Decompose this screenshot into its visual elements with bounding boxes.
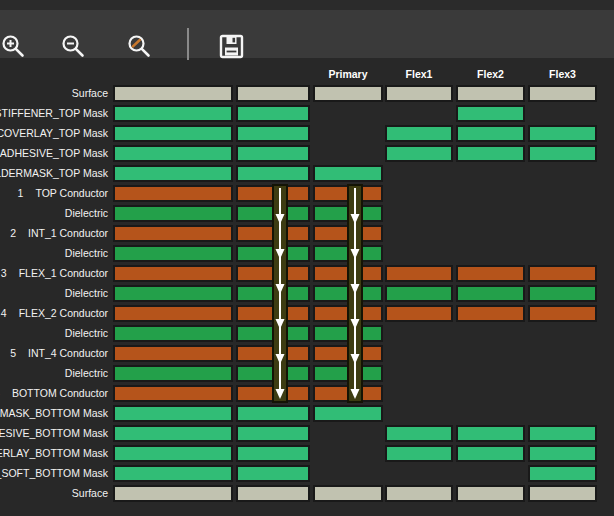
layer-cell-flex2[interactable] xyxy=(456,445,525,462)
layer-cell-column-2[interactable] xyxy=(236,165,310,182)
layer-cell-column-1[interactable] xyxy=(113,325,233,342)
layer-cell-column-1[interactable] xyxy=(113,265,233,282)
layer-cell-column-1[interactable] xyxy=(113,465,233,482)
layer-cell-flex3[interactable] xyxy=(528,145,597,162)
layer-cell-column-2[interactable] xyxy=(236,485,310,502)
layer-cell-flex2[interactable] xyxy=(456,265,525,282)
layer-cell-flex1[interactable] xyxy=(385,85,453,102)
layer-cell-flex2[interactable] xyxy=(456,85,525,102)
layer-cell-column-1[interactable] xyxy=(113,405,233,422)
column-header-flex1: Flex1 xyxy=(385,67,453,81)
layer-name: COVERLAY_TOP Mask xyxy=(0,125,108,142)
window-top-strip xyxy=(0,0,614,10)
layer-cell-flex2[interactable] xyxy=(456,105,525,122)
layer-cell-column-2[interactable] xyxy=(236,405,310,422)
layer-cell-flex2[interactable] xyxy=(456,425,525,442)
layer-cell-column-2[interactable] xyxy=(236,425,310,442)
layer-cell-flex3[interactable] xyxy=(528,425,597,442)
layer-name: Dielectric xyxy=(65,285,108,302)
layer-cell-flex2[interactable] xyxy=(456,285,525,302)
layer-name: FLEX_1 Conductor xyxy=(19,265,108,282)
row-label: 1 TOP Conductor xyxy=(18,185,108,202)
layer-number: 4 xyxy=(1,305,7,322)
layer-cell-column-1[interactable] xyxy=(113,105,233,122)
zoom-region-button[interactable] xyxy=(127,33,153,59)
layer-cell-flex1[interactable] xyxy=(385,125,453,142)
layer-cell-flex2[interactable] xyxy=(456,485,525,502)
layer-cell-primary[interactable] xyxy=(313,485,383,502)
drill-span-arrow[interactable] xyxy=(272,184,288,403)
layer-cell-column-2[interactable] xyxy=(236,85,310,102)
layer-name: Dielectric xyxy=(65,365,108,382)
layer-name: ADHESIVE_BOTTOM Mask xyxy=(0,425,108,442)
layer-cell-flex2[interactable] xyxy=(456,305,525,322)
layer-cell-column-1[interactable] xyxy=(113,285,233,302)
layer-cell-flex1[interactable] xyxy=(385,485,453,502)
layer-cell-column-1[interactable] xyxy=(113,385,233,402)
layer-cell-flex1[interactable] xyxy=(385,305,453,322)
layer-cell-primary[interactable] xyxy=(313,85,383,102)
row-label: ADHESIVE_TOP Mask xyxy=(0,145,108,162)
layer-cell-column-2[interactable] xyxy=(236,105,310,122)
layer-cell-column-1[interactable] xyxy=(113,185,233,202)
drill-span-arrow[interactable] xyxy=(347,184,363,403)
layer-name: TOP Conductor xyxy=(35,185,108,202)
layer-cell-flex3[interactable] xyxy=(528,305,597,322)
layer-cell-column-1[interactable] xyxy=(113,85,233,102)
layer-cell-column-2[interactable] xyxy=(236,465,310,482)
layer-name: Dielectric xyxy=(65,205,108,222)
row-label: 3 FLEX_1 Conductor xyxy=(1,265,108,282)
row-label: Dielectric xyxy=(65,285,108,302)
zoom-region-icon xyxy=(127,34,153,58)
layer-cell-column-1[interactable] xyxy=(113,425,233,442)
column-header-flex3: Flex3 xyxy=(528,67,597,81)
layer-number: 5 xyxy=(10,345,16,362)
layer-cell-column-1[interactable] xyxy=(113,305,233,322)
column-header-primary: Primary xyxy=(313,67,383,81)
save-button[interactable] xyxy=(219,33,245,59)
layer-cell-flex3[interactable] xyxy=(528,445,597,462)
row-label: Dielectric xyxy=(65,325,108,342)
zoom-in-button[interactable] xyxy=(1,33,27,59)
save-icon xyxy=(219,34,245,59)
layer-cell-primary[interactable] xyxy=(313,405,383,422)
layer-cell-flex1[interactable] xyxy=(385,285,453,302)
layer-cell-flex2[interactable] xyxy=(456,125,525,142)
layer-cell-column-1[interactable] xyxy=(113,205,233,222)
zoom-out-icon xyxy=(61,34,87,58)
layer-cell-flex3[interactable] xyxy=(528,485,597,502)
layer-cell-column-1[interactable] xyxy=(113,485,233,502)
zoom-out-button[interactable] xyxy=(61,33,87,59)
layer-cell-flex2[interactable] xyxy=(456,145,525,162)
layer-cell-column-1[interactable] xyxy=(113,445,233,462)
row-label: SOLDERMASK_TOP Mask xyxy=(0,165,108,182)
layer-cell-primary[interactable] xyxy=(313,165,383,182)
layer-cell-flex1[interactable] xyxy=(385,445,453,462)
layer-cell-column-2[interactable] xyxy=(236,145,310,162)
layer-name: Dielectric xyxy=(65,245,108,262)
layer-cell-column-1[interactable] xyxy=(113,225,233,242)
row-label: 6 BOTTOM Conductor xyxy=(0,385,108,402)
layer-name: BOTTOM Conductor xyxy=(12,385,108,402)
layer-name: ADHESIVE_TOP Mask xyxy=(0,145,108,162)
layer-cell-column-1[interactable] xyxy=(113,165,233,182)
layer-cell-flex3[interactable] xyxy=(528,125,597,142)
row-label: STIFFENER_TOP Mask xyxy=(0,105,108,122)
layer-cell-flex1[interactable] xyxy=(385,265,453,282)
layer-cell-flex3[interactable] xyxy=(528,265,597,282)
layer-cell-flex1[interactable] xyxy=(385,425,453,442)
row-label: Dielectric xyxy=(65,205,108,222)
layer-cell-column-1[interactable] xyxy=(113,245,233,262)
layer-cell-column-1[interactable] xyxy=(113,125,233,142)
layer-name: SOLDERMASK_TOP Mask xyxy=(0,165,108,182)
layer-cell-column-1[interactable] xyxy=(113,145,233,162)
layer-cell-flex3[interactable] xyxy=(528,465,597,482)
row-label: COVERLAY_BOTTOM Mask xyxy=(0,445,108,462)
layer-cell-column-2[interactable] xyxy=(236,125,310,142)
layer-cell-flex3[interactable] xyxy=(528,285,597,302)
layer-cell-column-2[interactable] xyxy=(236,445,310,462)
layer-cell-flex1[interactable] xyxy=(385,145,453,162)
layer-cell-column-1[interactable] xyxy=(113,365,233,382)
layer-cell-flex3[interactable] xyxy=(528,85,597,102)
layer-cell-column-1[interactable] xyxy=(113,345,233,362)
